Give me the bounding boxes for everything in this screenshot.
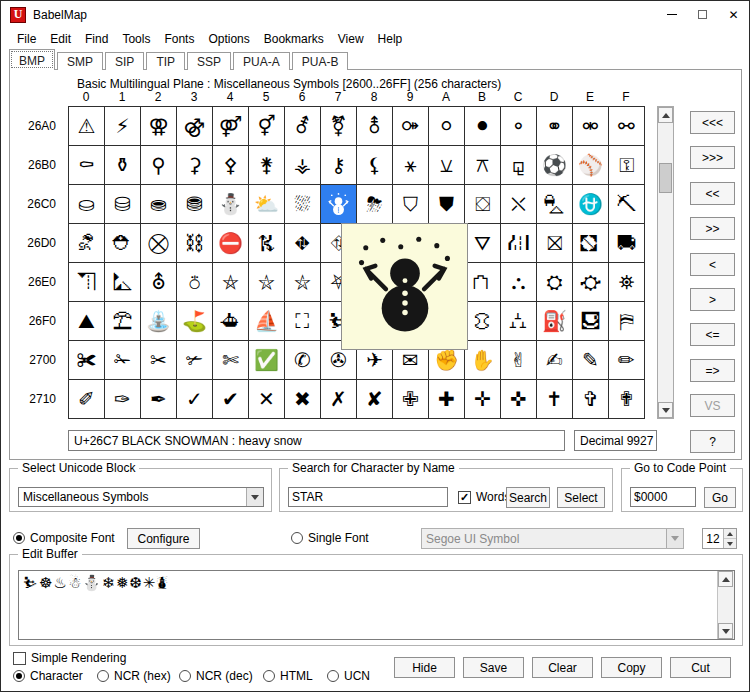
single-font-radio[interactable]: Single Font	[291, 531, 369, 545]
menu-bookmarks[interactable]: Bookmarks	[257, 29, 331, 49]
output-mode-character[interactable]: Character	[13, 669, 83, 683]
search-button[interactable]: Search	[506, 487, 550, 508]
char-cell-26DE[interactable]: ⛞	[573, 224, 609, 263]
char-cell-26A4[interactable]: ⚤	[213, 107, 249, 146]
edit-buffer-scrollbar[interactable]	[717, 571, 734, 639]
char-cell-26D0[interactable]: ⛐	[69, 224, 105, 263]
char-cell-26BD[interactable]: ⚽	[537, 146, 573, 185]
menu-find[interactable]: Find	[78, 29, 115, 49]
char-cell-270C[interactable]: ✌	[501, 341, 537, 380]
char-cell-26EF[interactable]: ⛯	[609, 263, 645, 302]
tab-smp[interactable]: SMP	[57, 52, 103, 70]
nav-last-button[interactable]: >>>	[690, 146, 735, 169]
char-cell-26E3[interactable]: ⛣	[177, 263, 213, 302]
char-cell-26C5[interactable]: ⛅	[249, 185, 285, 224]
char-cell-2710[interactable]: ✐	[69, 380, 105, 419]
char-cell-270B[interactable]: ✋	[465, 341, 501, 380]
char-cell-26DC[interactable]: ⛜	[501, 224, 537, 263]
char-cell-2704[interactable]: ✄	[213, 341, 249, 380]
char-cell-26E1[interactable]: ⛡	[105, 263, 141, 302]
char-cell-26E2[interactable]: ⛢	[141, 263, 177, 302]
scroll-down-button[interactable]	[658, 402, 673, 418]
char-cell-26A7[interactable]: ⚧	[321, 107, 357, 146]
edit-buffer-area[interactable]: ⛷☸♨☃⛄❄❅❆✳⛇	[18, 570, 735, 640]
minimize-button[interactable]	[656, 1, 687, 28]
font-size-spinner[interactable]: 12	[702, 528, 737, 549]
output-mode-ncr-dec-circle[interactable]	[179, 670, 191, 682]
char-cell-26B8[interactable]: ⚸	[357, 146, 393, 185]
char-cell-26BA[interactable]: ⚺	[429, 146, 465, 185]
char-cell-26A6[interactable]: ⚦	[285, 107, 321, 146]
char-cell-26AC[interactable]: ⚬	[501, 107, 537, 146]
char-cell-2714[interactable]: ✔	[213, 380, 249, 419]
menu-fonts[interactable]: Fonts	[157, 29, 201, 49]
menu-view[interactable]: View	[331, 29, 371, 49]
simple-rendering-box[interactable]	[13, 652, 26, 665]
char-cell-26CE[interactable]: ⛎	[573, 185, 609, 224]
words-checkbox[interactable]: Words	[458, 490, 510, 504]
char-cell-2715[interactable]: ✕	[249, 380, 285, 419]
char-cell-26D3[interactable]: ⛓	[177, 224, 213, 263]
char-cell-26B5[interactable]: ⚵	[249, 146, 285, 185]
char-cell-26C9[interactable]: ⛉	[393, 185, 429, 224]
hide-button[interactable]: Hide	[394, 657, 455, 678]
char-cell-26BC[interactable]: ⚼	[501, 146, 537, 185]
char-cell-26FF[interactable]: ⛿	[609, 302, 645, 341]
char-cell-26F0[interactable]: ⛰	[69, 302, 105, 341]
output-mode-character-circle[interactable]	[13, 670, 25, 682]
size-up-button[interactable]	[724, 529, 736, 539]
clear-button[interactable]: Clear	[532, 657, 593, 678]
char-cell-26EB[interactable]: ⛫	[465, 263, 501, 302]
menu-file[interactable]: File	[10, 29, 43, 49]
words-checkbox-box[interactable]	[458, 491, 471, 504]
char-cell-26FD[interactable]: ⛽	[537, 302, 573, 341]
char-cell-26CF[interactable]: ⛏	[609, 185, 645, 224]
nav-next-block-button[interactable]: >>	[690, 217, 735, 240]
grid-scrollbar[interactable]	[657, 106, 674, 419]
output-mode-ncr-hex[interactable]: NCR (hex)	[97, 669, 171, 683]
buffer-scroll-down-button[interactable]	[718, 623, 733, 639]
nav-next-char-button[interactable]: >	[690, 288, 735, 311]
char-cell-26CD[interactable]: ⛍	[537, 185, 573, 224]
scroll-up-button[interactable]	[658, 107, 673, 123]
char-cell-26C4[interactable]: ⛄	[213, 185, 249, 224]
char-cell-26F4[interactable]: ⛴	[213, 302, 249, 341]
tab-bmp[interactable]: BMP	[9, 49, 55, 70]
char-cell-26D5[interactable]: ⛕	[249, 224, 285, 263]
char-cell-26B0[interactable]: ⚰	[69, 146, 105, 185]
single-font-radio-circle[interactable]	[291, 532, 303, 544]
buffer-scroll-up-button[interactable]	[718, 571, 733, 587]
char-cell-26AD[interactable]: ⚭	[537, 107, 573, 146]
tab-ssp[interactable]: SSP	[187, 52, 231, 70]
simple-rendering-checkbox[interactable]: Simple Rendering	[13, 651, 126, 665]
title-bar[interactable]: U BabelMap ✕	[1, 1, 749, 28]
variation-selector-button[interactable]: VS	[690, 394, 735, 417]
char-cell-26AB[interactable]: ⚫	[465, 107, 501, 146]
scrollbar-thumb[interactable]	[659, 163, 672, 193]
char-cell-26B3[interactable]: ⚳	[177, 146, 213, 185]
char-cell-26D1[interactable]: ⛑	[105, 224, 141, 263]
char-cell-26A3[interactable]: ⚣	[177, 107, 213, 146]
close-button[interactable]: ✕	[718, 1, 749, 28]
char-cell-26CA[interactable]: ⛊	[429, 185, 465, 224]
char-cell-26CB[interactable]: ⛋	[465, 185, 501, 224]
composite-font-radio-circle[interactable]	[13, 532, 25, 544]
char-cell-26D6[interactable]: ⛖	[285, 224, 321, 263]
char-cell-26EC[interactable]: ⛬	[501, 263, 537, 302]
char-cell-26AA[interactable]: ⚪	[429, 107, 465, 146]
maximize-button[interactable]	[687, 1, 718, 28]
output-mode-ncr-dec[interactable]: NCR (dec)	[179, 669, 253, 683]
edit-buffer-content[interactable]: ⛷☸♨☃⛄❄❅❆✳⛇	[23, 574, 710, 592]
menu-edit[interactable]: Edit	[43, 29, 78, 49]
char-cell-26C0[interactable]: ⛀	[69, 185, 105, 224]
char-cell-271D[interactable]: ✝	[537, 380, 573, 419]
char-cell-2701[interactable]: ✁	[105, 341, 141, 380]
tab-sip[interactable]: SIP	[105, 52, 144, 70]
nav-prev-char-button[interactable]: <	[690, 253, 735, 276]
char-cell-26B6[interactable]: ⚶	[285, 146, 321, 185]
char-cell-26F6[interactable]: ⛶	[285, 302, 321, 341]
char-cell-26C1[interactable]: ⛁	[105, 185, 141, 224]
output-mode-ucn[interactable]: UCN	[327, 669, 370, 683]
char-cell-26CC[interactable]: ⛌	[501, 185, 537, 224]
char-cell-26A5[interactable]: ⚥	[249, 107, 285, 146]
